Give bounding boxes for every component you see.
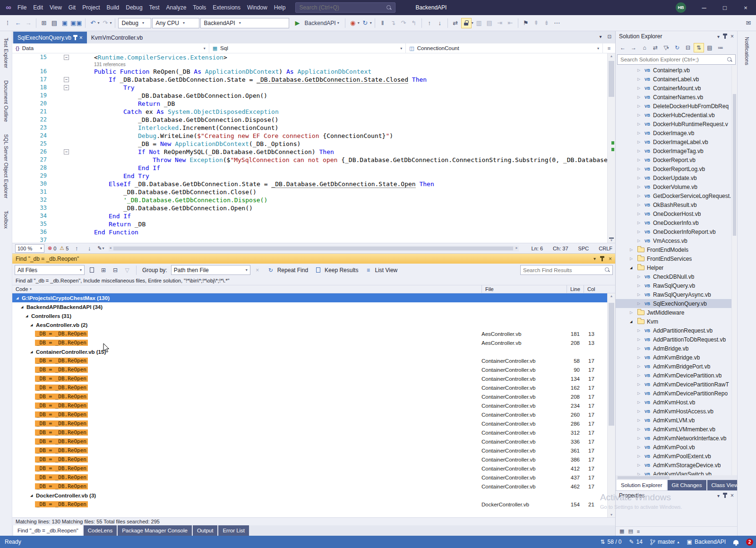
expand-arrow-icon[interactable]: ▷ (637, 454, 644, 458)
pin-icon[interactable] (601, 258, 603, 261)
navigate-down-icon[interactable]: ↓ (435, 18, 445, 28)
new-project-icon[interactable]: ⊞ (39, 18, 49, 28)
tree-folder-kvm[interactable]: ◢Kvm (616, 317, 737, 326)
expand-arrow-icon[interactable]: ▷ (637, 427, 644, 431)
find-match-row[interactable]: _DB = _DB.ReOpenContainerController.vb38… (12, 455, 607, 464)
menu-project[interactable]: Project (79, 0, 103, 15)
step-over-icon[interactable]: ↷ (399, 18, 408, 28)
document-tab-kvmvmcontroller-vb[interactable]: KvmVmController.vb (87, 32, 147, 43)
active-files-dropdown-icon[interactable]: ▾ (600, 34, 602, 39)
expand-arrow-icon[interactable]: ▷ (637, 463, 644, 467)
find-match-row[interactable]: _DB = _DB.ReOpenContainerController.vb36… (12, 446, 607, 455)
tree-file-dockerimagelabel-vb[interactable]: ▷VBDockerImageLabel.vb (616, 137, 737, 146)
navigate-back-icon[interactable]: ← (13, 18, 23, 28)
collapse-arrow-icon[interactable]: ◢ (630, 266, 637, 270)
find-match-row[interactable]: _DB = _DB.ReOpenContainerController.vb13… (12, 374, 607, 383)
tool-tab-document-outline[interactable]: Document Outline (3, 80, 9, 122)
tree-file-sqlexecnonquery-vb[interactable]: ▷VBSqlExecNonQuery.vb (616, 299, 737, 308)
tree-file-admkvmdevicepartitionrepo[interactable]: ▷VBAdmKvmDevicePartitionRepo (616, 389, 737, 398)
tool-tab-toolbox[interactable]: Toolbox (3, 211, 9, 229)
group-by-dropdown[interactable]: Path then File▾ (171, 265, 250, 275)
close-icon[interactable]: × (730, 492, 734, 499)
break-all-icon[interactable]: ‖ (378, 18, 387, 28)
tree-file-dockerhubruntimerequest-v[interactable]: ▷VBDockerHubRuntimeRequest.v (616, 120, 737, 128)
pin-icon[interactable] (75, 37, 76, 40)
next-issue-icon[interactable]: ↓ (85, 243, 94, 254)
scroll-down-icon[interactable]: ▾ (608, 513, 615, 517)
scroll-left-icon[interactable]: ◂ (110, 246, 112, 250)
menu-edit[interactable]: Edit (30, 0, 46, 15)
expand-arrow-icon[interactable]: ▷ (637, 346, 644, 351)
column-header-col[interactable]: Col (584, 285, 607, 293)
pin-icon[interactable] (724, 35, 726, 39)
expand-arrow-icon[interactable]: ▷ (637, 382, 644, 386)
tree-file-checkdbnull-vb[interactable]: ▷VBCheckDBNull.vb (616, 272, 737, 281)
notification-badge[interactable]: 2 (746, 539, 753, 546)
breadcrumb-data[interactable]: Data▾ (12, 43, 209, 53)
expand-arrow-icon[interactable]: ▷ (637, 95, 644, 99)
tree-folder-jwtmiddleware[interactable]: ▷JwtMiddleware (616, 308, 737, 317)
scrollbar-thumb[interactable] (733, 94, 736, 236)
undo-icon[interactable]: ↶ (88, 18, 98, 28)
warning-count[interactable]: ⚠5 (60, 245, 69, 251)
editor-horizontal-scrollbar[interactable]: ◂ ▸ (109, 246, 519, 251)
tree-file-okbashresult-vb[interactable]: ▷VBOkBashResult.vb (616, 200, 737, 209)
solution-search-input[interactable] (620, 57, 727, 62)
expand-arrow-icon[interactable]: ▷ (637, 274, 644, 279)
expand-arrow-icon[interactable]: ▷ (637, 86, 644, 90)
editor-vertical-scrollbar[interactable]: ▴ ▾ (607, 53, 615, 243)
close-icon[interactable]: × (609, 256, 612, 262)
tree-file-admkvmhostaccess-vb[interactable]: ▷VBAdmKvmHostAccess.vb (616, 407, 737, 416)
alphabetical-icon[interactable]: ▤ (628, 528, 633, 534)
breadcrumb-sql[interactable]: Sql▾ (209, 43, 406, 53)
tree-file-admkvmvlanswitch-vb[interactable]: ▷VBAdmKvmVlanSwitch.vb (616, 470, 737, 475)
pending-changes-filter-icon[interactable]: ▽▾ (661, 43, 671, 52)
indent-icon[interactable]: ⇥ (495, 18, 505, 28)
se-back-icon[interactable]: ← (618, 43, 628, 52)
toolbar-overflow-icon[interactable]: ⋯ (552, 18, 562, 28)
configuration-dropdown[interactable]: Debug▾ (118, 18, 151, 28)
scrollbar-thumb[interactable] (609, 61, 614, 97)
copy-results-icon[interactable] (87, 265, 96, 275)
expand-arrow-icon[interactable]: ▷ (637, 328, 644, 333)
search-find-results-box[interactable] (520, 265, 613, 275)
expand-arrow-icon[interactable]: ▷ (637, 113, 644, 117)
tree-file-onedockerhost-vb[interactable]: ▷VBOneDockerHost.vb (616, 209, 737, 218)
tree-file-addpartitiontodbrequest-vb[interactable]: ▷VBAddPartitionToDbRequest.vb (616, 335, 737, 344)
tool-tab-sql-server-object-explorer[interactable]: SQL Server Object Explorer (3, 134, 9, 198)
se-forward-icon[interactable]: → (628, 43, 639, 52)
tree-file-containermount-vb[interactable]: ▷VBContainerMount.vb (616, 84, 737, 93)
expand-arrow-icon[interactable]: ▷ (637, 283, 644, 288)
expand-arrow-icon[interactable]: ▷ (637, 230, 644, 234)
maximize-button[interactable]: □ (714, 0, 735, 15)
expand-arrow-icon[interactable]: ▷ (637, 337, 644, 342)
error-count[interactable]: ⊗0 (48, 245, 56, 251)
find-match-row[interactable]: _DB = _DB.ReOpenDockerController.vb15421 (12, 500, 607, 509)
hot-reload-dropdown-icon[interactable]: ▾ (358, 21, 360, 25)
column-header-file[interactable]: File (481, 285, 567, 293)
restart-icon[interactable]: ↻ (361, 18, 370, 28)
menu-window[interactable]: Window (244, 0, 271, 15)
tree-file-dockerupdate-vb[interactable]: ▷VBDockerUpdate.vb (616, 173, 737, 182)
collapse-arrow-icon[interactable]: ◢ (30, 323, 36, 327)
bookmark-icon[interactable]: ⚑ (521, 18, 531, 28)
find-match-row[interactable]: _DB = _DB.ReOpenContainerController.vb90… (12, 365, 607, 374)
menu-git[interactable]: Git (65, 0, 79, 15)
switch-views-icon[interactable]: ⇄ (650, 43, 661, 52)
repeat-find-button[interactable]: ↻Repeat Find (265, 265, 309, 275)
undo-dropdown-icon[interactable]: ▾ (98, 21, 100, 25)
scrollbar-thumb[interactable] (113, 247, 513, 250)
platform-dropdown[interactable]: Any CPU▾ (152, 18, 199, 28)
previous-bookmark-icon[interactable]: ⇞ (532, 18, 541, 28)
expand-arrow-icon[interactable]: ▷ (637, 292, 644, 297)
tree-file-admkvmdevicepartition-vb[interactable]: ▷VBAdmKvmDevicePartition.vb (616, 371, 737, 380)
collapse-all-icon[interactable]: ⊟ (683, 43, 693, 52)
column-header-code[interactable]: Code▾ (12, 285, 481, 293)
solution-tree[interactable]: ▷VBContainerIp.vb▷VBContainerLabel.vb▷VB… (616, 66, 737, 475)
expand-arrow-icon[interactable]: ▷ (637, 355, 644, 360)
close-tab-icon[interactable]: × (79, 35, 83, 41)
scroll-right-icon[interactable]: ▸ (516, 246, 518, 250)
scroll-down-icon[interactable]: ▾ (608, 238, 615, 242)
split-window-icon[interactable]: ≡ (603, 43, 615, 53)
pending-edits-indicator[interactable]: ✎14 (629, 539, 642, 545)
